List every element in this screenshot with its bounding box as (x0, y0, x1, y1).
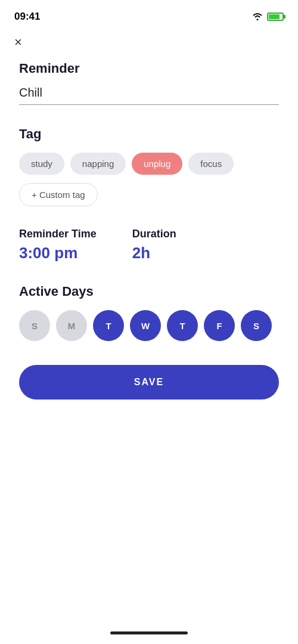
tag-chip-unplug[interactable]: unplug (132, 153, 182, 175)
duration-label: Duration (132, 228, 176, 240)
day-button-mon[interactable]: M (56, 310, 87, 341)
reminder-time-block: Reminder Time 3:00 pm (19, 228, 97, 262)
days-row: S M T W T F S (19, 310, 279, 341)
custom-tag-button[interactable]: + Custom tag (19, 183, 98, 206)
active-days-title: Active Days (19, 284, 279, 299)
day-button-tue[interactable]: T (93, 310, 124, 341)
status-time: 09:41 (14, 11, 40, 23)
reminder-time-value[interactable]: 3:00 pm (19, 244, 97, 262)
day-button-sat[interactable]: S (241, 310, 272, 341)
time-duration-section: Reminder Time 3:00 pm Duration 2h (19, 228, 279, 262)
tag-title: Tag (19, 126, 279, 142)
active-days-section: Active Days S M T W T F S (19, 284, 279, 341)
close-button[interactable]: × (14, 36, 22, 49)
custom-tag-label: + Custom tag (32, 190, 85, 200)
reminder-time-label: Reminder Time (19, 228, 97, 240)
home-indicator (110, 631, 188, 634)
day-button-sun[interactable]: S (19, 310, 50, 341)
day-button-thu[interactable]: T (167, 310, 198, 341)
main-content: Reminder Tag study napping unplug focus … (0, 61, 298, 400)
day-button-wed[interactable]: W (130, 310, 161, 341)
day-button-fri[interactable]: F (204, 310, 235, 341)
save-button-label: SAVE (134, 377, 164, 387)
tag-section: Tag study napping unplug focus + Custom … (19, 126, 279, 206)
battery-icon (267, 13, 284, 21)
status-icons (252, 12, 284, 22)
reminder-input[interactable] (19, 86, 279, 105)
duration-value[interactable]: 2h (132, 244, 176, 262)
reminder-input-wrapper (19, 86, 279, 105)
tags-row: study napping unplug focus (19, 153, 279, 175)
duration-block: Duration 2h (132, 228, 176, 262)
tag-chip-napping[interactable]: napping (70, 153, 126, 175)
save-button[interactable]: SAVE (19, 365, 279, 400)
tag-chip-focus[interactable]: focus (188, 153, 234, 175)
status-bar: 09:41 (0, 0, 298, 30)
reminder-section: Reminder (19, 61, 279, 105)
tag-chip-study[interactable]: study (19, 153, 64, 175)
wifi-icon (252, 12, 263, 22)
reminder-title: Reminder (19, 61, 279, 76)
